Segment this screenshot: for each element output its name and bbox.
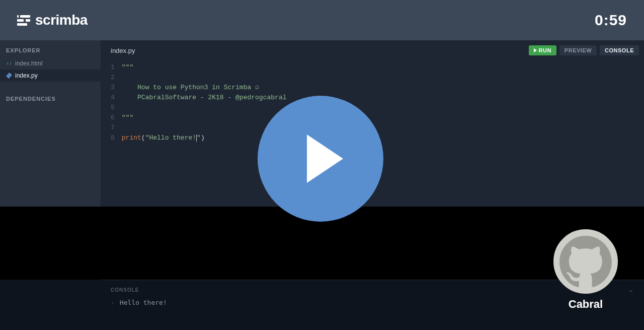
file-item-label: index.html [15, 60, 43, 67]
brand[interactable]: scrimba [17, 12, 88, 28]
brand-name: scrimba [35, 12, 88, 28]
file-item-index-py[interactable]: index.py [0, 70, 101, 82]
dependencies-heading: DEPENDENCIES [0, 89, 101, 106]
preview-button[interactable]: PREVIEW [559, 45, 597, 55]
console-button-label: CONSOLE [605, 47, 634, 53]
console-prompt-icon: › [111, 299, 115, 306]
console-title: CONSOLE [111, 287, 139, 293]
play-icon [534, 48, 537, 52]
file-item-label: index.py [15, 72, 38, 79]
github-icon [559, 235, 612, 288]
line-gutter: 12345678 [101, 62, 122, 143]
tab-actions: RUN PREVIEW CONSOLE [529, 45, 639, 55]
avatar [553, 229, 618, 294]
run-button[interactable]: RUN [529, 45, 556, 55]
chevron-down-icon[interactable]: ⌄ [627, 287, 634, 293]
play-video-button[interactable] [258, 96, 383, 222]
run-button-label: RUN [539, 47, 551, 53]
code-content: """ How to use Python3 in Scrimba ☺ PCab… [122, 62, 287, 143]
tab-index-py[interactable]: index.py [101, 41, 145, 60]
scrimba-logo-icon [17, 15, 30, 25]
timer: 0:59 [595, 12, 627, 29]
file-item-index-html[interactable]: index.html [0, 57, 101, 70]
author-badge[interactable]: Cabral [553, 229, 618, 311]
play-icon [307, 135, 343, 183]
console-output: Hello there! [120, 299, 167, 306]
preview-button-label: PREVIEW [565, 47, 592, 53]
author-name: Cabral [569, 298, 603, 311]
explorer-heading: EXPLORER [0, 40, 101, 57]
app-header: scrimba 0:59 [0, 0, 644, 40]
python-file-icon [6, 73, 12, 79]
sidebar: EXPLORER index.html index.py DEPENDENCIE… [0, 40, 101, 207]
console-panel: CONSOLE ⌄ › Hello there! [0, 280, 644, 330]
editor-tab-bar: index.py RUN PREVIEW CONSOLE [101, 40, 644, 60]
html-file-icon [6, 60, 12, 67]
console-button[interactable]: CONSOLE [600, 45, 639, 55]
